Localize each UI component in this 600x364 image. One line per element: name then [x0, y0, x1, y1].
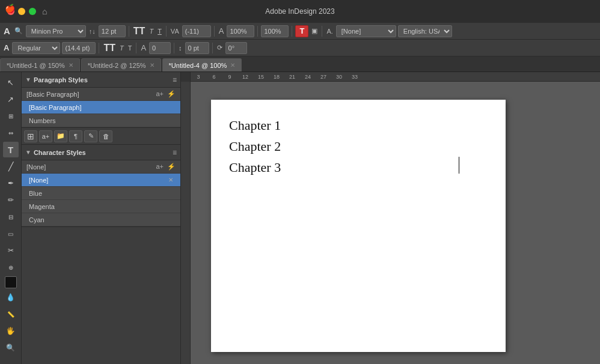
main-area: ↖ ↗ ⊞ ⇔ T ╱ ✒ ✏ ⊟ ▭ ✂ ⊕ 💧 📏 🖐 🔍 ▼ Paragr…	[0, 72, 600, 364]
style-item-basic-paragraph[interactable]: [Basic Paragraph]	[22, 101, 180, 114]
angle-input[interactable]	[225, 42, 247, 54]
ruler-30: 30	[331, 74, 347, 80]
separator2	[166, 26, 167, 37]
t2-font-label: A	[2, 43, 10, 52]
line-tool[interactable]: ╱	[3, 159, 19, 174]
character-styles-title: Character Styles	[34, 149, 170, 156]
folder-btn[interactable]: 📁	[54, 130, 67, 142]
style-item-magenta[interactable]: Magenta	[22, 200, 180, 213]
scale-y-input[interactable]	[261, 25, 289, 37]
measure-tool[interactable]: 📏	[3, 306, 19, 322]
canvas-scroll[interactable]: Chapter 1 Chapter 2 Chapter 3	[181, 82, 600, 364]
scale-x-input[interactable]	[227, 25, 254, 37]
style-item-none[interactable]: [None] ✕	[22, 174, 180, 187]
new-para-style-btn[interactable]: ⊞	[24, 130, 37, 142]
tt-icon: TT	[132, 26, 147, 37]
toolbar1: A 🔍 Minion Pro ↑↓ TT T T VA A T ▣ A. [No…	[0, 23, 600, 40]
text-cursor	[459, 157, 459, 174]
language-dropdown[interactable]: English: USA	[398, 25, 452, 37]
selection-tool[interactable]: ↖	[3, 74, 19, 90]
ruler-21: 21	[284, 74, 300, 80]
character-styles-header[interactable]: ▼ Character Styles ≡	[22, 145, 180, 160]
va-label: VA	[170, 28, 180, 35]
style-dropdown[interactable]: [None]	[336, 25, 396, 37]
hand-tool[interactable]: 🖐	[3, 323, 19, 339]
horiz-scale-input[interactable]	[149, 42, 171, 54]
tab-close-2[interactable]: ✕	[150, 62, 155, 68]
tools-panel: ↖ ↗ ⊞ ⇔ T ╱ ✒ ✏ ⊟ ▭ ✂ ⊕ 💧 📏 🖐 🔍	[0, 72, 22, 364]
t2-t-icon2: T	[127, 44, 133, 52]
gap-tool[interactable]: ⇔	[3, 125, 19, 141]
panels-column: ▼ Paragraph Styles ≡ [Basic Paragraph] a…	[22, 72, 181, 364]
canvas-content: Chapter 1 Chapter 2 Chapter 3	[181, 82, 600, 364]
color-swatch[interactable]	[5, 276, 17, 288]
panel-menu-icon[interactable]: ≡	[173, 76, 177, 84]
zoom-tool[interactable]: 🔍	[3, 340, 19, 356]
style-item-cyan[interactable]: Cyan	[22, 213, 180, 226]
eyedropper-tool[interactable]: 💧	[3, 290, 19, 305]
separator	[129, 26, 129, 37]
separator6	[322, 26, 322, 37]
rectangle-frame-tool[interactable]: ⊟	[3, 209, 19, 225]
font-size-input[interactable]	[99, 25, 126, 37]
minimize-button[interactable]	[18, 8, 25, 15]
tab-close-3[interactable]: ✕	[230, 62, 235, 68]
font-style-dropdown[interactable]: Regular	[12, 42, 60, 54]
paragraph-panel-toolbar: ⊞ a+ 📁 ¶ ✎ 🗑	[22, 127, 180, 144]
toolbar2: A Regular TT T T A ↕ ⟳	[0, 40, 600, 56]
load-para-styles-btn[interactable]: a+	[39, 130, 52, 142]
direct-select-tool[interactable]: ↗	[3, 91, 19, 107]
char-lightning-icon[interactable]: ⚡	[167, 163, 176, 171]
separator8	[136, 43, 136, 53]
pencil-tool[interactable]: ✏	[3, 192, 19, 208]
t2-angle-label: ⟳	[216, 44, 224, 52]
char-collapse-icon: ▼	[25, 149, 31, 156]
char-add-style-icon[interactable]: a+	[156, 163, 164, 171]
lightning-icon[interactable]: ⚡	[167, 90, 176, 98]
chapter-2: Chapter 2	[229, 139, 281, 154]
char-panel-menu-icon[interactable]: ≡	[173, 148, 177, 157]
t-italic-icon: T	[148, 28, 155, 35]
kerning-input[interactable]	[182, 25, 211, 37]
ruler-3: 3	[191, 74, 206, 80]
separator9	[174, 43, 174, 53]
delete-style-btn[interactable]: 🗑	[99, 130, 112, 142]
ruler-9: 9	[222, 74, 237, 80]
character-styles-body: [None] a+ ⚡ [None] ✕ Blue Magenta	[22, 160, 180, 226]
rectangle-tool[interactable]: ▭	[3, 226, 19, 241]
transform-tool[interactable]: ⊕	[3, 259, 19, 275]
fill-color-button[interactable]: T	[295, 25, 308, 37]
font-family-dropdown[interactable]: Minion Pro	[26, 25, 86, 37]
t2-a-icon: A	[139, 43, 147, 52]
title-bar: ⌂ Adobe InDesign 2023 🍎	[0, 0, 600, 23]
leading-input[interactable]	[62, 42, 96, 54]
ruler-12: 12	[237, 74, 253, 80]
ruler-27: 27	[316, 74, 331, 80]
pen-tool[interactable]: ✒	[3, 175, 19, 191]
separator10	[212, 43, 213, 53]
style-item-blue[interactable]: Blue	[22, 187, 180, 200]
baseline-input[interactable]	[185, 42, 209, 54]
t2-t-icon: T	[118, 44, 125, 52]
home-icon[interactable]: ⌂	[42, 7, 47, 16]
a-label: A.	[325, 28, 334, 35]
paragraph-section-label: [Basic Paragraph] a+ ⚡	[22, 88, 180, 101]
tab-untitled4[interactable]: *Untitled-4 @ 100% ✕	[162, 58, 242, 71]
tab-untitled2[interactable]: *Untitled-2 @ 125% ✕	[81, 58, 161, 71]
tab-untitled1[interactable]: *Untitled-1 @ 150% ✕	[0, 58, 80, 71]
scissors-tool[interactable]: ✂	[3, 243, 19, 258]
document-page[interactable]: Chapter 1 Chapter 2 Chapter 3	[211, 100, 506, 352]
page-tool[interactable]: ⊞	[3, 108, 19, 124]
paragraph-styles-title: Paragraph Styles	[34, 76, 170, 83]
chapter-1: Chapter 1	[229, 118, 281, 133]
tab-close-1[interactable]: ✕	[69, 62, 73, 68]
horizontal-ruler: 3 6 9 12 15 18 21 24 27 30 33	[181, 72, 600, 82]
character-section-label: [None] a+ ⚡	[22, 160, 180, 174]
maximize-button[interactable]	[29, 8, 36, 15]
clear-overrides-btn[interactable]: ¶	[69, 130, 82, 142]
edit-style-btn[interactable]: ✎	[84, 130, 97, 142]
type-tool[interactable]: T	[3, 142, 19, 157]
paragraph-styles-header[interactable]: ▼ Paragraph Styles ≡	[22, 72, 180, 88]
add-style-icon[interactable]: a+	[156, 90, 164, 98]
style-item-numbers[interactable]: Numbers	[22, 114, 180, 127]
